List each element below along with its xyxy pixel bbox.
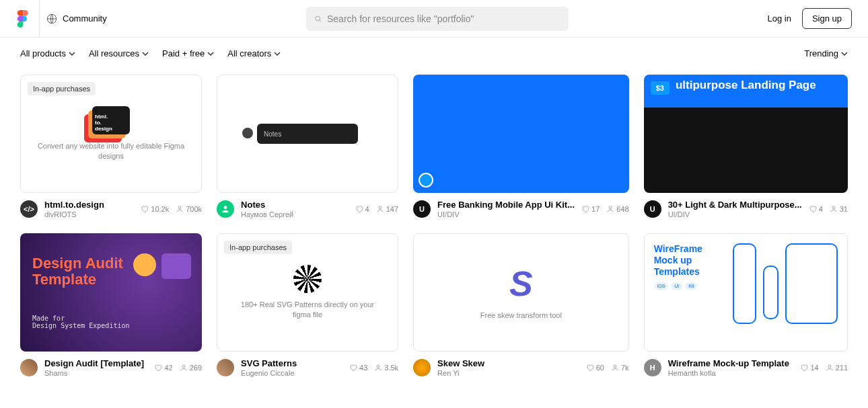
svg-point-8	[182, 365, 185, 368]
thumb-caption: Free skew transform tool	[467, 311, 575, 321]
sort-trending[interactable]: Trending	[804, 48, 848, 58]
thumb-graphic	[133, 253, 191, 279]
card-author: UI/DIV	[437, 210, 575, 218]
card-author: divRIOTS	[44, 210, 134, 218]
likes-stat: 17	[581, 205, 600, 213]
chevron-down-icon	[841, 50, 848, 57]
card-author: Ren Yi	[437, 369, 579, 377]
filter-resources[interactable]: All resources	[89, 48, 149, 58]
author-avatar[interactable]	[217, 359, 234, 376]
card-meta: SVG Patterns Eugenio Ciccale 43 3.5k	[217, 358, 398, 377]
author-avatar[interactable]	[20, 359, 38, 376]
thumb-graphic: SVG	[293, 265, 322, 293]
card-title: SVG Patterns	[241, 358, 342, 368]
author-avatar[interactable]: </>	[20, 200, 38, 218]
thumb-sub: Design System Expedition	[32, 322, 130, 329]
card-thumbnail	[413, 75, 629, 193]
filter-label: Trending	[804, 48, 838, 58]
resource-card[interactable]: In-app purchases SVG 180+ Real SVG Patte…	[217, 233, 398, 377]
thumb-graphic: Notes	[257, 124, 358, 144]
card-meta: Skew Skew Ren Yi 60 7k	[413, 358, 629, 377]
svg-point-6	[609, 206, 612, 209]
likes-stat: 4	[355, 205, 369, 213]
logo-section	[16, 0, 40, 37]
card-thumbnail: In-app purchases html. to. design Conver…	[20, 75, 202, 193]
thumb-graphic: html. to. design	[92, 106, 130, 134]
card-thumbnail: $3 ultipurpose Landing Page	[644, 75, 848, 193]
uses-stat: 147	[376, 205, 398, 213]
heart-icon	[586, 364, 594, 372]
card-title: Free Banking Mobile App Ui Kit...	[437, 200, 575, 210]
filter-label: All products	[20, 48, 66, 58]
card-author: Shams	[44, 369, 147, 377]
card-meta: Design Audit [Template] Shams 42 269	[20, 358, 202, 377]
svg-point-7	[832, 206, 835, 209]
card-thumbnail: Notes	[217, 75, 398, 193]
signup-button[interactable]: Sign up	[802, 8, 852, 29]
author-avatar[interactable]: H	[644, 359, 661, 376]
thumb-graphic: S	[509, 263, 533, 304]
phone-frame-icon	[733, 243, 756, 324]
heart-icon	[154, 364, 162, 372]
card-title: Skew Skew	[437, 358, 579, 368]
community-link[interactable]: Community	[63, 13, 107, 24]
heart-icon	[809, 205, 817, 213]
card-thumbnail: In-app purchases SVG 180+ Real SVG Patte…	[217, 233, 398, 352]
user-icon	[830, 205, 838, 213]
card-title: html.to.design	[44, 200, 134, 210]
filter-products[interactable]: All products	[20, 48, 75, 58]
heart-icon	[581, 205, 589, 213]
uses-stat: 700k	[176, 205, 202, 213]
author-avatar[interactable]: U	[413, 200, 431, 218]
heart-icon	[355, 205, 363, 213]
resource-card[interactable]: $3 ultipurpose Landing Page U 30+ Light …	[644, 75, 848, 218]
author-avatar[interactable]	[217, 200, 234, 218]
search-wrap	[107, 7, 768, 31]
svg-point-5	[379, 206, 382, 209]
filter-price[interactable]: Paid + free	[162, 48, 214, 58]
likes-stat: 4	[809, 205, 823, 213]
likes-stat: 10.2k	[141, 205, 169, 213]
search-input[interactable]	[327, 13, 560, 24]
card-thumbnail: Design Audit Template Made for Design Sy…	[20, 233, 202, 352]
likes-stat: 43	[349, 364, 367, 372]
author-avatar[interactable]	[413, 359, 431, 376]
filter-label: All creators	[227, 48, 271, 58]
resource-card[interactable]: S Free skew transform tool Skew Skew Ren…	[413, 233, 629, 377]
user-icon	[176, 205, 184, 213]
chevron-down-icon	[207, 50, 214, 57]
globe-icon[interactable]	[46, 13, 57, 24]
svg-point-10	[614, 365, 616, 368]
card-thumbnail: S Free skew transform tool	[413, 233, 629, 352]
search-box[interactable]	[306, 7, 569, 31]
card-meta: U Free Banking Mobile App Ui Kit... UI/D…	[413, 200, 629, 218]
resource-card[interactable]: In-app purchases html. to. design Conver…	[20, 75, 202, 218]
user-icon	[606, 205, 614, 213]
thumb-header: ultipurpose Landing Page	[644, 79, 848, 92]
iap-badge: In-app purchases	[28, 82, 96, 95]
user-icon	[826, 364, 834, 372]
auth-actions: Log in Sign up	[767, 8, 852, 29]
card-title: Notes	[241, 200, 349, 210]
card-thumbnail: WireFrame Mock up Templates iOSUIKit	[644, 233, 848, 352]
watch-frame-icon	[763, 266, 779, 319]
uses-stat: 7k	[611, 364, 629, 372]
resource-card[interactable]: Notes Notes Наумов Сергей 4 147	[217, 75, 398, 218]
login-button[interactable]: Log in	[767, 13, 791, 24]
card-stats: 60 7k	[586, 364, 629, 372]
resource-card[interactable]: WireFrame Mock up Templates iOSUIKit H W…	[644, 233, 848, 377]
figma-logo-icon[interactable]	[16, 10, 28, 28]
resource-card[interactable]: U Free Banking Mobile App Ui Kit... UI/D…	[413, 75, 629, 218]
thumb-pills: iOSUIKit	[654, 282, 726, 290]
tablet-frame-icon	[785, 243, 838, 324]
heart-icon	[800, 364, 808, 372]
card-stats: 42 269	[154, 364, 202, 372]
thumb-caption: 180+ Real SVG Patterns directly on your …	[217, 300, 398, 321]
top-header: Community Log in Sign up	[0, 0, 868, 38]
filter-creators[interactable]: All creators	[227, 48, 281, 58]
card-author: Eugenio Ciccale	[241, 369, 342, 377]
user-icon	[376, 205, 384, 213]
resource-card[interactable]: Design Audit Template Made for Design Sy…	[20, 233, 202, 377]
card-stats: 4 147	[355, 205, 398, 213]
author-avatar[interactable]: U	[644, 200, 661, 218]
